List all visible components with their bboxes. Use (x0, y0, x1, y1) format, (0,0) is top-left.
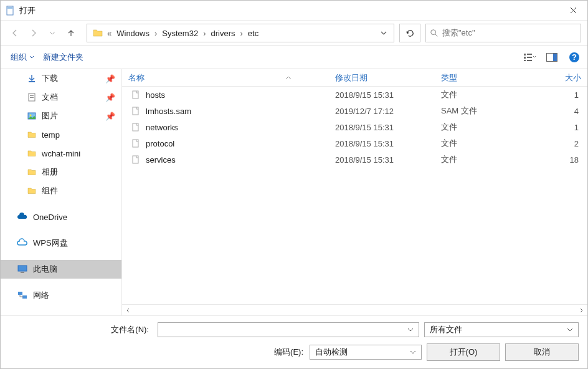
column-header-name[interactable]: 名称 (122, 72, 329, 84)
file-name: services (146, 155, 176, 165)
horizontal-scrollbar[interactable] (122, 304, 587, 315)
svg-text:?: ? (572, 52, 577, 62)
sidebar-item-thispc[interactable]: 此电脑 (1, 260, 121, 279)
new-folder-label: 新建文件夹 (43, 52, 83, 63)
document-icon (27, 92, 37, 102)
chevron-right-icon: › (153, 29, 158, 38)
svg-rect-22 (22, 295, 27, 299)
breadcrumb-item[interactable]: System32 (158, 24, 202, 42)
folder-icon (27, 130, 37, 140)
file-size: 18 (528, 155, 587, 165)
nav-recent-button[interactable] (47, 27, 58, 39)
open-button[interactable]: 打开(O) (427, 343, 500, 361)
app-icon (6, 6, 16, 16)
view-options-button[interactable] (523, 50, 536, 64)
column-header-date[interactable]: 修改日期 (329, 72, 435, 84)
file-row[interactable]: hosts2018/9/15 15:31文件1 (122, 87, 587, 103)
sidebar-item-downloads[interactable]: 下载 📌 (1, 69, 121, 88)
sidebar-item-onedrive[interactable]: OneDrive (1, 208, 121, 226)
preview-pane-button[interactable] (545, 50, 559, 64)
sidebar-item-label: 文档 (42, 92, 58, 103)
svg-rect-15 (30, 95, 34, 96)
sidebar-item-photos[interactable]: 相册 (1, 163, 121, 181)
file-row[interactable]: protocol2018/9/15 15:31文件2 (122, 135, 587, 151)
svg-rect-16 (30, 97, 34, 98)
file-row[interactable]: networks2018/9/15 15:31文件1 (122, 119, 587, 135)
scroll-left-icon[interactable] (123, 305, 133, 315)
breadcrumb-item[interactable]: Windows (113, 24, 153, 42)
breadcrumb-item[interactable]: drivers (207, 24, 239, 42)
sidebar-item-label: 组件 (42, 185, 58, 196)
nav-arrows (7, 27, 82, 39)
file-icon (131, 138, 141, 148)
chevron-down-icon[interactable] (405, 327, 416, 333)
breadcrumb-item[interactable]: etc (244, 24, 262, 42)
close-button[interactable] (559, 1, 587, 21)
sidebar-item-documents[interactable]: 文档 📌 (1, 88, 121, 107)
pin-icon: 📌 (105, 93, 115, 102)
scroll-right-icon[interactable] (576, 305, 586, 315)
nav-back-button[interactable] (9, 27, 21, 39)
svg-rect-10 (553, 54, 557, 61)
file-type-filter[interactable]: 所有文件 (424, 322, 579, 337)
svg-point-18 (30, 115, 32, 117)
address-bar[interactable]: « Windows › System32 › drivers › etc (87, 24, 394, 42)
pin-icon: 📌 (105, 74, 115, 84)
folder-icon (27, 167, 37, 177)
open-dialog: 打开 « Windows › System32 › drivers › etc (0, 0, 588, 369)
nav-up-button[interactable] (65, 27, 77, 39)
address-dropdown[interactable] (376, 30, 391, 36)
encoding-select[interactable]: 自动检测 (310, 345, 422, 360)
nav-forward-button[interactable] (28, 27, 39, 39)
filename-label: 文件名(N): (9, 324, 153, 335)
file-date: 2018/9/15 15:31 (329, 155, 435, 165)
sidebar-item-temp[interactable]: temp (1, 125, 121, 144)
file-row[interactable]: lmhosts.sam2019/12/7 17:12SAM 文件4 (122, 103, 587, 119)
pin-icon: 📌 (105, 112, 115, 121)
sidebar-item-label: wchat-mini (42, 149, 80, 158)
organize-menu[interactable]: 组织 (7, 49, 38, 65)
chevron-down-icon (29, 55, 34, 60)
sidebar-item-network[interactable]: 网络 (1, 286, 121, 305)
sidebar-item-components[interactable]: 组件 (1, 181, 121, 200)
svg-rect-24 (133, 107, 138, 115)
sidebar-item-label: OneDrive (33, 213, 67, 222)
chevron-down-icon[interactable] (564, 327, 576, 333)
file-icon (131, 155, 141, 165)
help-button[interactable]: ? (567, 50, 581, 64)
sidebar: 下载 📌 文档 📌 图片 📌 temp wchat-mini (1, 69, 122, 315)
filter-label: 所有文件 (427, 324, 564, 335)
file-list-pane: 名称 修改日期 类型 大小 hosts2018/9/15 15:31文件1lmh… (122, 69, 587, 315)
filename-input[interactable] (158, 322, 419, 337)
chevron-down-icon[interactable] (407, 349, 419, 355)
encoding-label: 编码(E): (274, 347, 303, 358)
column-header-size[interactable]: 大小 (528, 72, 587, 84)
column-header-type[interactable]: 类型 (435, 72, 528, 84)
toolbar: 组织 新建文件夹 ? (1, 46, 587, 69)
svg-rect-7 (527, 57, 532, 58)
file-type: SAM 文件 (435, 105, 528, 117)
file-type: 文件 (435, 154, 528, 165)
titlebar: 打开 (1, 1, 587, 21)
file-icon (131, 122, 141, 132)
file-area[interactable]: hosts2018/9/15 15:31文件1lmhosts.sam2019/1… (122, 87, 587, 304)
sidebar-item-wchat[interactable]: wchat-mini (1, 144, 121, 163)
file-date: 2018/9/15 15:31 (329, 90, 435, 100)
svg-rect-26 (133, 140, 138, 147)
sidebar-item-label: temp (42, 130, 60, 140)
sidebar-item-label: 相册 (42, 166, 58, 178)
file-row[interactable]: services2018/9/15 15:31文件18 (122, 151, 587, 168)
cancel-button[interactable]: 取消 (505, 343, 579, 361)
refresh-button[interactable] (399, 24, 420, 42)
onedrive-icon (17, 211, 28, 223)
sidebar-item-label: 下载 (42, 73, 58, 84)
sidebar-item-wps[interactable]: WPS网盘 (1, 234, 121, 252)
folder-icon (27, 186, 37, 196)
sidebar-item-pictures[interactable]: 图片 📌 (1, 107, 121, 125)
wps-icon (17, 237, 28, 249)
file-icon (131, 106, 141, 116)
navbar: « Windows › System32 › drivers › etc 搜索"… (1, 21, 587, 46)
new-folder-button[interactable]: 新建文件夹 (39, 49, 87, 65)
search-input[interactable]: 搜索"etc" (425, 24, 581, 42)
folder-icon (92, 27, 103, 39)
